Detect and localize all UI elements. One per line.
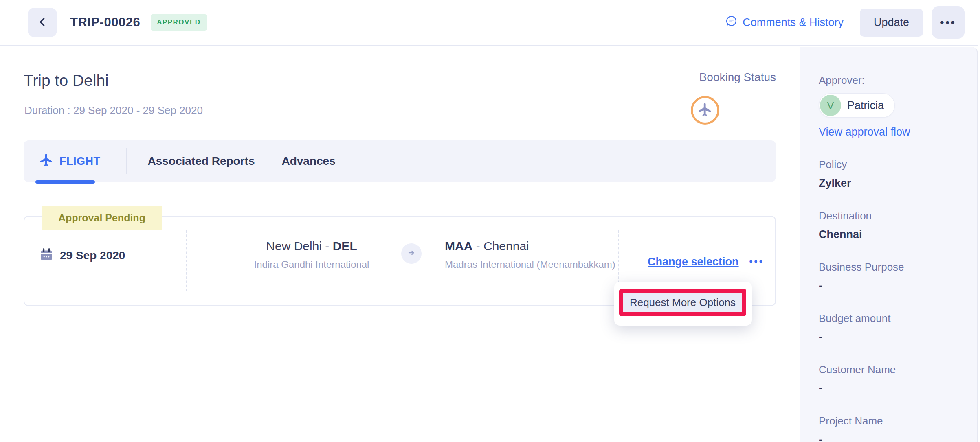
flight-date: 29 Sep 2020: [39, 247, 125, 264]
calendar-icon: [39, 247, 54, 264]
flight-date-value: 29 Sep 2020: [60, 249, 125, 262]
plane-icon: [697, 102, 713, 119]
destination-airport: MAA - Chennai Madras International (Meen…: [445, 239, 615, 270]
arrow-right-icon: [407, 248, 416, 259]
header-more-button[interactable]: •••: [932, 6, 965, 39]
status-badge: APPROVED: [151, 14, 207, 31]
approver-name: Patricia: [847, 99, 884, 112]
update-button[interactable]: Update: [860, 9, 923, 37]
card-divider: [186, 230, 187, 291]
tab-bar: FLIGHT Associated Reports Advances: [24, 140, 776, 182]
trip-duration: Duration : 29 Sep 2020 - 29 Sep 2020: [24, 104, 203, 117]
tab-divider: [126, 148, 127, 174]
header: TRIP-00026 APPROVED Comments & History U…: [0, 0, 980, 46]
approver-chip: V Patricia: [819, 93, 895, 118]
comments-history-link[interactable]: Comments & History: [725, 15, 844, 30]
chevron-left-icon: [36, 16, 48, 29]
route-arrow: [401, 243, 422, 264]
annotation-highlight: Request More Options: [619, 289, 746, 316]
destination-airport-name: Madras International (Meenambakkam): [445, 259, 615, 270]
active-tab-underline: [35, 180, 95, 184]
row-more-menu: Request More Options: [614, 282, 752, 326]
tab-flight[interactable]: FLIGHT: [39, 153, 100, 170]
approver-label: Approver:: [819, 74, 977, 87]
field-policy: Policy Zylker: [819, 158, 977, 190]
field-business-purpose: Business Purpose -: [819, 261, 977, 292]
page-title: Trip to Delhi: [24, 72, 109, 90]
back-button[interactable]: [28, 8, 57, 37]
origin-city-code: New Delhi - DEL: [216, 239, 407, 253]
field-project-name: Project Name -: [819, 415, 977, 442]
row-more-button[interactable]: •••: [749, 256, 764, 267]
booking-status-label: Booking Status: [699, 71, 776, 84]
plane-icon: [39, 153, 54, 170]
main-content: Trip to Delhi Duration : 29 Sep 2020 - 2…: [0, 47, 800, 442]
comments-history-label: Comments & History: [743, 16, 844, 29]
tab-advances[interactable]: Advances: [281, 155, 335, 168]
destination-code-city: MAA - Chennai: [445, 239, 615, 253]
page-right-strip: [978, 0, 980, 442]
origin-airport-name: Indira Gandhi International: [216, 259, 407, 270]
tab-flight-label: FLIGHT: [59, 155, 100, 168]
field-customer-name: Customer Name -: [819, 363, 977, 395]
details-sidebar: Approver: V Patricia View approval flow …: [800, 47, 978, 442]
change-selection-link[interactable]: Change selection: [648, 256, 739, 268]
booking-status-indicator: [691, 96, 719, 125]
ellipsis-icon: •••: [940, 16, 956, 29]
trip-detail-page: TRIP-00026 APPROVED Comments & History U…: [0, 0, 980, 442]
view-approval-flow-link[interactable]: View approval flow: [819, 126, 977, 138]
menu-item-request-more-options[interactable]: Request More Options: [623, 293, 742, 312]
tab-associated-reports[interactable]: Associated Reports: [147, 155, 255, 168]
row-actions: Change selection •••: [648, 256, 764, 268]
trip-id: TRIP-00026: [70, 15, 140, 30]
approval-pending-badge: Approval Pending: [42, 206, 162, 230]
field-destination: Destination Chennai: [819, 210, 977, 241]
comment-icon: [725, 15, 738, 30]
origin-airport: New Delhi - DEL Indira Gandhi Internatio…: [216, 239, 407, 270]
field-budget-amount: Budget amount -: [819, 312, 977, 344]
avatar: V: [820, 95, 841, 116]
